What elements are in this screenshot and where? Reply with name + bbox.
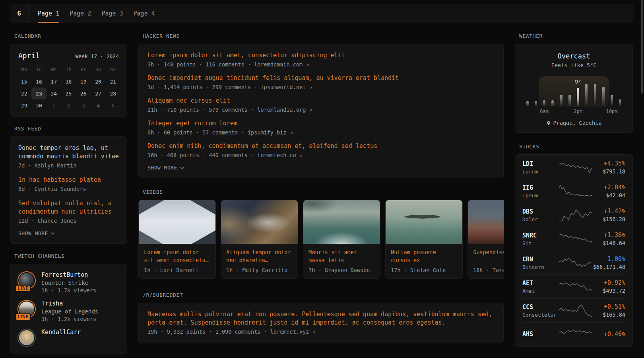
calendar-day: 2 bbox=[61, 99, 76, 111]
weather-section: WEATHER Overcast Feels like 5°C 9° 6am2p… bbox=[515, 33, 633, 133]
video-card[interactable]: Nullam posuere cursus ex17h · Stefan Col… bbox=[385, 200, 463, 279]
stock-right: +1.42%$156.28 bbox=[603, 208, 625, 222]
tab-page-2[interactable]: Page 2 bbox=[64, 4, 96, 23]
stock-row[interactable]: AETAmet+0.92%$499.72 bbox=[522, 274, 625, 298]
external-link-icon[interactable]: ↗ bbox=[309, 84, 312, 90]
post-title[interactable]: Donec enim nibh, condimentum et accumsan… bbox=[147, 142, 495, 150]
video-card[interactable]: Mauris sit amet massa felis7h · Grayson … bbox=[303, 200, 380, 279]
channel-avatar[interactable]: LIVE bbox=[17, 300, 36, 318]
rss-show-more-button[interactable]: SHOW MORE bbox=[18, 230, 119, 236]
stock-change: +1.42% bbox=[603, 208, 625, 215]
stock-price: $795.18 bbox=[603, 168, 625, 175]
channel-name[interactable]: KendallCarr bbox=[41, 329, 81, 336]
videos-section-label: VIDEOS bbox=[143, 189, 504, 196]
stock-right: +4.35%$795.18 bbox=[603, 160, 625, 175]
channel-avatar[interactable] bbox=[17, 329, 36, 347]
stock-left: LDILorem bbox=[522, 160, 559, 175]
stock-price: $156.28 bbox=[603, 216, 625, 222]
rss-item-title[interactable]: In hac habitasse platea bbox=[18, 176, 119, 184]
post-title[interactable]: Aliquam nec cursus elit bbox=[147, 97, 495, 105]
video-card[interactable]: Aliquam tempor dolor nec pharetra…1h · M… bbox=[221, 200, 298, 279]
stock-change: +0.46% bbox=[604, 331, 625, 338]
weather-bar bbox=[526, 101, 529, 107]
stock-row[interactable]: IIGIpsum+2.84%$42.04 bbox=[522, 179, 625, 203]
calendar-card: April Week 17 · 2024 MoTuWeThFrSaSu15161… bbox=[10, 44, 127, 117]
video-title: Lorem ipsum dolor sit amet consectetu… bbox=[144, 248, 210, 264]
chevron-down-icon bbox=[51, 232, 55, 235]
stock-right: +0.51%$165.84 bbox=[603, 303, 625, 318]
calendar-section: CALENDAR April Week 17 · 2024 MoTuWeThFr… bbox=[10, 33, 127, 117]
live-badge: LIVE bbox=[15, 285, 31, 292]
stock-left: CRNBitcorn bbox=[522, 256, 559, 270]
weather-chart: 9° bbox=[523, 75, 625, 107]
calendar-day: 26 bbox=[76, 88, 91, 99]
calendar-day: 16 bbox=[31, 76, 46, 88]
twitch-channel-row: LIVEForrestBurtonCounter-Strike1h · 1.7k… bbox=[17, 271, 120, 294]
weather-bar bbox=[551, 100, 554, 107]
stock-row[interactable]: LDILorem+4.35%$795.18 bbox=[522, 156, 625, 179]
stock-row[interactable]: AHS+0.46% bbox=[522, 322, 625, 346]
twitch-section-label: TWITCH CHANNELS bbox=[14, 253, 127, 260]
post-title[interactable]: Maecenas mollis pulvinar erat non posuer… bbox=[147, 310, 495, 327]
external-link-icon[interactable]: ↗ bbox=[309, 107, 312, 113]
post-title[interactable]: Donec imperdiet augue tincidunt felis al… bbox=[147, 74, 495, 82]
stock-row[interactable]: CCSConsectetur+0.51%$165.84 bbox=[522, 298, 625, 322]
external-link-icon[interactable]: ↗ bbox=[306, 61, 309, 68]
scrollbar-thumb[interactable] bbox=[641, 0, 643, 93]
hackernews-section: HACKER NEWS Lorem ipsum dolor sit amet, … bbox=[138, 33, 504, 178]
daylight-region bbox=[539, 76, 609, 107]
calendar-weekday: Sa bbox=[91, 64, 105, 76]
video-meta: 7h · Grayson Dawson bbox=[308, 267, 375, 273]
rss-items: Donec tempor eros leo, ut commodo mauris… bbox=[18, 144, 119, 225]
left-column: CALENDAR April Week 17 · 2024 MoTuWeThFr… bbox=[10, 33, 127, 354]
twitch-channel-row: KendallCarr bbox=[17, 329, 120, 347]
stock-sparkline bbox=[559, 304, 592, 318]
calendar-day: 1 bbox=[47, 99, 61, 111]
stock-left: IIGIpsum bbox=[522, 184, 559, 198]
video-card-body: Mauris sit amet massa felis7h · Grayson … bbox=[303, 244, 380, 278]
calendar-day: 25 bbox=[61, 88, 76, 99]
weather-feels-like: Feels like 5°C bbox=[521, 62, 627, 68]
calendar-grid: MoTuWeThFrSaSu15161718192021222324252627… bbox=[17, 64, 120, 111]
rss-item-title[interactable]: Sed volutpat nulla nisl, a condimentum n… bbox=[18, 199, 119, 216]
post-title[interactable]: Integer eget rutrum lorem bbox=[147, 119, 495, 128]
channel-name[interactable]: Trisha bbox=[41, 300, 98, 307]
stock-name: Sit bbox=[522, 240, 559, 246]
video-card[interactable]: Lorem ipsum dolor sit amet consectetu…1h… bbox=[138, 200, 216, 279]
calendar-month: April bbox=[18, 51, 40, 60]
channel-name[interactable]: ForrestBurton bbox=[41, 271, 96, 278]
stock-name: Dolor bbox=[522, 216, 559, 222]
stock-name: Amet bbox=[522, 288, 559, 294]
video-meta: 18h · Tara bbox=[473, 267, 504, 273]
stock-row[interactable]: SNRCSit+1.36%$148.64 bbox=[522, 227, 625, 251]
stock-row[interactable]: DBSDolor+1.42%$156.28 bbox=[522, 203, 625, 227]
video-thumbnail bbox=[303, 200, 380, 244]
tab-page-3[interactable]: Page 3 bbox=[96, 4, 128, 23]
stock-symbol: AHS bbox=[522, 331, 559, 338]
tab-page-1[interactable]: Page 1 bbox=[33, 4, 64, 23]
external-link-icon[interactable]: ↗ bbox=[290, 129, 293, 136]
external-link-icon[interactable]: ↗ bbox=[312, 329, 316, 335]
right-column: WEATHER Overcast Feels like 5°C 9° 6am2p… bbox=[515, 33, 633, 347]
calendar-day: 30 bbox=[31, 99, 46, 111]
videos-section: VIDEOS Lorem ipsum dolor sit amet consec… bbox=[138, 189, 504, 279]
video-card[interactable]: Suspendisse diam18h · Tara bbox=[467, 200, 504, 279]
rss-item-title[interactable]: Donec tempor eros leo, ut commodo mauris… bbox=[18, 144, 119, 161]
stock-price: $42.04 bbox=[604, 192, 625, 198]
post-title[interactable]: Lorem ipsum dolor sit amet, consectetur … bbox=[147, 51, 495, 60]
stock-right: +2.84%$42.04 bbox=[604, 184, 625, 198]
weather-bar-current bbox=[577, 88, 579, 107]
hn-show-more-button[interactable]: SHOW MORE bbox=[147, 165, 495, 171]
video-card-body: Lorem ipsum dolor sit amet consectetu…1h… bbox=[139, 244, 215, 278]
subreddit-posts: Maecenas mollis pulvinar erat non posuer… bbox=[147, 310, 495, 336]
stock-symbol: LDI bbox=[522, 160, 559, 167]
rss-item: Donec tempor eros leo, ut commodo mauris… bbox=[18, 144, 119, 169]
external-link-icon[interactable]: ↗ bbox=[299, 152, 303, 158]
stock-change: +0.51% bbox=[603, 303, 625, 310]
channel-avatar[interactable]: LIVE bbox=[17, 271, 36, 290]
channel-info: KendallCarr bbox=[41, 329, 81, 336]
weather-condition: Overcast bbox=[521, 52, 627, 60]
app-logo[interactable]: G bbox=[10, 4, 29, 23]
tab-page-4[interactable]: Page 4 bbox=[128, 4, 160, 23]
stock-row[interactable]: CRNBitcorn-1.00%$66,171.48 bbox=[522, 251, 625, 274]
